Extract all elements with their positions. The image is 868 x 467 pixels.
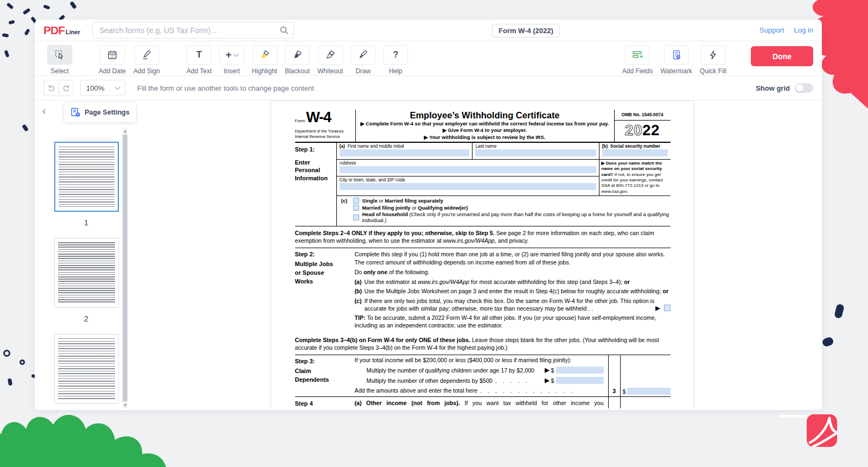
ssn-cell: (b) Social security number [599,143,671,160]
tool-insert[interactable]: + Insert [219,45,244,75]
deco-confetti [24,28,30,35]
first-name-field[interactable] [340,149,470,156]
text-icon: T [187,45,212,65]
redo-button[interactable] [59,80,74,96]
steps-2-4-note: Complete Steps 2–4 ONLY if they apply to… [295,226,671,248]
chevron-down-icon [115,84,120,90]
add-fields-icon [625,45,650,65]
login-link[interactable]: Log in [794,26,813,34]
page-settings-button[interactable]: Page Settings [64,103,136,122]
scroll-down-arrow[interactable] [123,402,127,408]
step4-number-column [608,397,621,408]
city-state-zip-field[interactable] [340,183,596,190]
select-cursor-icon [47,45,72,65]
done-button[interactable]: Done [751,46,813,66]
whiteout-brush-icon [318,45,343,65]
show-grid-toggle[interactable] [795,83,813,93]
sidebar-header: ‹ Page Settings [35,100,138,124]
last-name-field[interactable] [475,149,596,156]
tool-watermark[interactable]: Watermark [660,45,692,75]
two-jobs-checkbox[interactable] [664,305,671,311]
search-icon[interactable] [279,26,289,37]
show-grid-label: Show grid [756,84,790,92]
step2-option-c: (c) If there are only two jobs total, yo… [355,297,671,312]
step3-total-amount-cell: $ [621,355,671,396]
signature-pen-icon [134,45,159,65]
form-year: 2022 [615,122,671,139]
app-header: PDF Liner Form W-4 (2022) Support Log in [35,20,822,41]
omb-number: OMB No. 1545-0074 [615,110,671,121]
step2-intro: Complete this step if you (1) hold more … [355,250,671,266]
undo-icon [47,84,56,92]
tool-add-date[interactable]: Add Date [99,45,126,75]
step4-amount-column [621,397,671,408]
w4-form-id: FormW-4 Department of the TreasuryIntern… [295,110,356,142]
single-checkbox[interactable] [353,198,359,204]
page-thumbnail-3[interactable] [54,334,119,404]
step2-option-a: (a) Use the estimator at www.irs.gov/W4A… [355,278,671,286]
deco-confetti [43,4,50,10]
deco-ring [3,350,10,357]
total-credits-field[interactable] [627,388,670,395]
deco-confetti [821,336,834,347]
insert-plus-icon: + [219,45,244,65]
tool-whiteout[interactable]: Whiteout [317,45,343,75]
w4-form-page: FormW-4 Department of the TreasuryIntern… [271,100,694,408]
ssn-field[interactable] [602,149,668,156]
search-input[interactable] [92,22,294,39]
scrollbar-thumb[interactable] [123,135,127,401]
deco-confetti [7,3,14,10]
w4-header: FormW-4 Department of the TreasuryIntern… [295,110,671,143]
sub-toolbar: 100% Fill the form or use another tools … [35,76,822,100]
step1-label: Step 1: Enter Personal Information [295,143,336,226]
other-dependents-amount-field[interactable] [556,377,604,384]
zoom-value: 100% [86,84,104,92]
support-link[interactable]: Support [760,26,784,34]
qualifying-children-amount-field[interactable] [556,367,604,374]
page-thumbnail-2[interactable] [54,238,119,308]
logo-pdf-text: PDF [43,24,65,37]
deco-confetti [2,33,9,37]
tool-draw[interactable]: Draw [350,45,375,75]
tool-add-sign[interactable]: Add Sign [133,45,160,75]
tool-help[interactable]: ? Help [383,45,408,75]
collapse-sidebar-icon[interactable]: ‹ [42,105,46,117]
deco-confetti [8,20,15,25]
toggle-knob [796,84,803,92]
blackout-brush-icon [285,45,310,65]
step2-do-one: Do only one of the following. [355,268,671,276]
step3-line-number-box: 3 [608,355,621,396]
draw-brush-icon [350,45,375,65]
thumbnail-preview [58,338,115,400]
page-settings-label: Page Settings [85,109,130,116]
watermark-document-icon [664,45,689,65]
tool-quick-fill[interactable]: Quick Fill [700,45,726,75]
zoom-select[interactable]: 100% [80,80,125,96]
steps-3-4b-note: Complete Steps 3–4(b) on Form W-4 for on… [295,333,671,355]
deco-ring [20,359,25,365]
undo-button[interactable] [43,80,59,96]
last-name-cell: Last name [473,143,598,159]
pdfliner-logo[interactable]: PDF Liner [43,24,80,37]
scroll-up-arrow[interactable] [123,128,127,134]
step3-label: Step 3: Claim Dependents [295,355,355,396]
address-cell: Address [337,160,599,176]
tool-select[interactable]: Select [47,45,72,75]
married-jointly-checkbox[interactable] [353,205,359,211]
step2-label: Step 2: Multiple Jobs or Spouse Works [295,250,355,331]
page-thumbnail-1[interactable] [54,142,119,212]
redo-icon [62,84,71,92]
city-cell: City or town, state, and ZIP code [337,176,599,193]
tool-highlight[interactable]: Highlight [252,45,277,75]
calendar-icon [100,45,125,65]
tool-add-text[interactable]: T Add Text [187,45,212,75]
lightning-icon [700,45,725,65]
head-of-household-checkbox[interactable] [353,214,359,220]
step2-option-b: (b) Use the Multiple Jobs Worksheet on p… [355,287,671,295]
sidebar-scrollbar [123,128,127,408]
help-question-icon: ? [383,45,408,65]
omb-year-block: OMB No. 1545-0074 2022 [614,110,671,142]
tool-blackout[interactable]: Blackout [285,45,310,75]
tool-add-fields[interactable]: Add Fields [622,45,653,75]
address-field[interactable] [340,166,596,173]
